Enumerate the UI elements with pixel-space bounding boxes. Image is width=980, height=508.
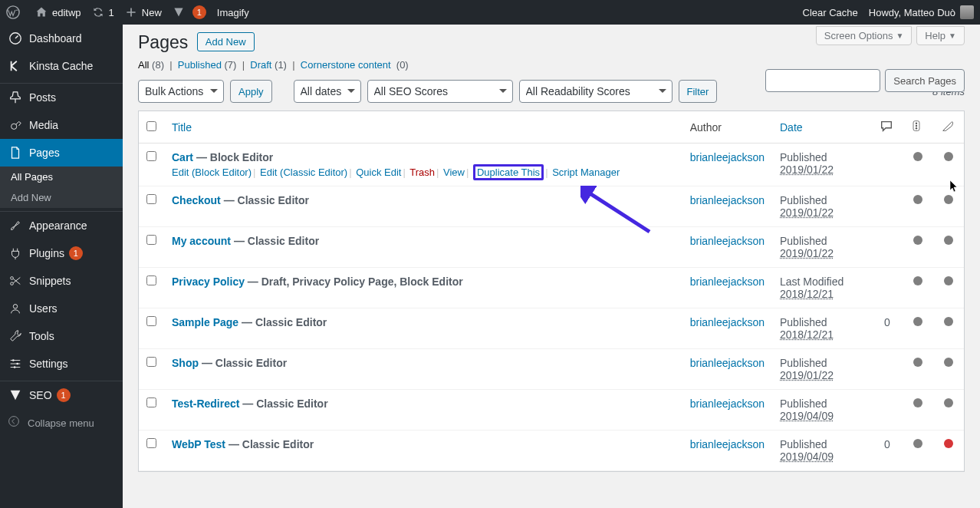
action-view[interactable]: View	[443, 167, 465, 178]
yoast-icon	[8, 388, 23, 403]
filter-button[interactable]: Filter	[679, 80, 718, 103]
col-comments[interactable]	[872, 111, 903, 143]
table-row: Privacy Policy — Draft, Privacy Policy P…	[139, 268, 964, 308]
scissors-icon	[8, 273, 23, 289]
seo-dot-icon	[913, 276, 922, 285]
screen-options-tab[interactable]: Screen Options▼	[816, 26, 913, 45]
seo-score-select[interactable]: All SEO Scores	[367, 80, 513, 103]
seo-badge: 1	[57, 388, 71, 402]
row-checkbox[interactable]	[146, 151, 156, 161]
seo-cell	[903, 430, 933, 471]
row-title-link[interactable]: Cart	[172, 151, 193, 163]
action-edit-classic[interactable]: Edit (Classic Editor)	[260, 167, 347, 178]
add-new-button[interactable]: Add New	[197, 32, 255, 51]
account-menu[interactable]: Howdy, Matteo Duò	[869, 5, 974, 19]
imagify-label: Imagify	[217, 7, 249, 18]
comments-cell	[872, 268, 903, 308]
menu-posts[interactable]: Posts	[0, 84, 123, 111]
search-button[interactable]: Search Pages	[885, 69, 965, 92]
action-duplicate[interactable]: Duplicate This	[477, 167, 540, 178]
col-author[interactable]: Author	[682, 111, 772, 143]
view-all[interactable]: All (8)	[138, 59, 164, 71]
author-link[interactable]: brianleejackson	[690, 438, 765, 450]
action-quick-edit[interactable]: Quick Edit	[356, 167, 401, 178]
date-value: 2019/01/22	[780, 247, 834, 259]
row-title-link[interactable]: Privacy Policy	[172, 275, 245, 288]
submenu-all-pages[interactable]: All Pages	[0, 167, 123, 187]
menu-dashboard[interactable]: Dashboard	[0, 25, 123, 52]
author-link[interactable]: brianleejackson	[690, 275, 765, 288]
row-title-link[interactable]: My account	[172, 235, 231, 247]
author-link[interactable]: brianleejackson	[690, 235, 765, 247]
menu-settings[interactable]: Settings	[0, 350, 123, 378]
clear-cache[interactable]: Clear Cache	[803, 7, 858, 18]
action-trash[interactable]: Trash	[409, 167, 435, 178]
new-content[interactable]: New	[125, 6, 162, 18]
menu-plugins[interactable]: Plugins1	[0, 239, 123, 267]
search-input[interactable]	[765, 69, 880, 92]
row-checkbox[interactable]	[146, 397, 156, 407]
collapse-menu[interactable]: Collapse menu	[0, 409, 123, 437]
seo-dot-icon	[913, 317, 922, 326]
row-checkbox[interactable]	[146, 275, 156, 285]
kinsta-icon	[8, 58, 23, 74]
col-title[interactable]: Title	[164, 111, 682, 143]
seo-dot-icon	[913, 439, 922, 448]
menu-media[interactable]: Media	[0, 111, 123, 139]
apply-button[interactable]: Apply	[230, 80, 272, 103]
submenu-add-new[interactable]: Add New	[0, 187, 123, 208]
menu-snippets[interactable]: Snippets	[0, 267, 123, 295]
view-published[interactable]: Published (7)	[178, 59, 237, 71]
row-checkbox[interactable]	[146, 438, 156, 448]
readability-dot-icon	[944, 195, 953, 204]
select-all-header[interactable]	[139, 111, 164, 143]
author-link[interactable]: brianleejackson	[690, 151, 765, 163]
row-checkbox[interactable]	[146, 357, 156, 367]
action-script-manager[interactable]: Script Manager	[552, 167, 620, 178]
row-title-link[interactable]: Sample Page	[172, 316, 238, 328]
yoast-indicator[interactable]: 1	[173, 5, 206, 19]
view-cornerstone[interactable]: Cornerstone content (0)	[301, 59, 409, 71]
col-date[interactable]: Date	[772, 111, 872, 143]
readability-cell	[933, 390, 964, 430]
site-name[interactable]: editwp	[35, 6, 81, 18]
page-title: Pages	[138, 32, 188, 53]
author-link[interactable]: brianleejackson	[690, 194, 765, 206]
row-title-link[interactable]: Shop	[172, 357, 199, 369]
menu-seo[interactable]: SEO1	[0, 381, 123, 409]
col-readability[interactable]	[933, 111, 964, 143]
col-seo[interactable]	[903, 111, 933, 143]
readability-select[interactable]: All Readability Scores	[519, 80, 673, 103]
view-draft[interactable]: Draft (1)	[250, 59, 287, 71]
date-label: Published	[780, 194, 827, 206]
author-link[interactable]: brianleejackson	[690, 397, 765, 410]
bulk-action-select[interactable]: Bulk Actions	[138, 80, 224, 103]
action-edit-block[interactable]: Edit (Block Editor)	[172, 167, 252, 178]
author-link[interactable]: brianleejackson	[690, 316, 765, 328]
date-filter-select[interactable]: All dates	[294, 80, 361, 103]
new-label: New	[142, 7, 162, 18]
author-link[interactable]: brianleejackson	[690, 357, 765, 369]
media-icon	[8, 117, 23, 133]
readability-cell	[933, 268, 964, 308]
date-label: Published	[780, 316, 827, 328]
row-checkbox[interactable]	[146, 194, 156, 204]
admin-sidebar: Dashboard Kinsta Cache Posts Media Pages…	[0, 25, 123, 508]
select-all-checkbox[interactable]	[146, 121, 156, 131]
date-value: 2019/01/22	[780, 206, 834, 219]
svg-point-13	[916, 127, 917, 129]
row-title-link[interactable]: WebP Test	[172, 438, 225, 450]
menu-pages[interactable]: Pages	[0, 139, 123, 167]
row-title-link[interactable]: Test-Redirect	[172, 397, 239, 410]
help-tab[interactable]: Help▼	[916, 26, 965, 45]
wp-logo[interactable]	[6, 5, 25, 19]
menu-kinsta[interactable]: Kinsta Cache	[0, 52, 123, 80]
menu-tools[interactable]: Tools	[0, 322, 123, 350]
row-title-link[interactable]: Checkout	[172, 194, 221, 206]
updates[interactable]: 1	[92, 6, 114, 18]
row-checkbox[interactable]	[146, 316, 156, 326]
imagify-menu[interactable]: Imagify	[217, 7, 249, 18]
menu-users[interactable]: Users	[0, 295, 123, 322]
menu-appearance[interactable]: Appearance	[0, 212, 123, 239]
row-checkbox[interactable]	[146, 235, 156, 245]
